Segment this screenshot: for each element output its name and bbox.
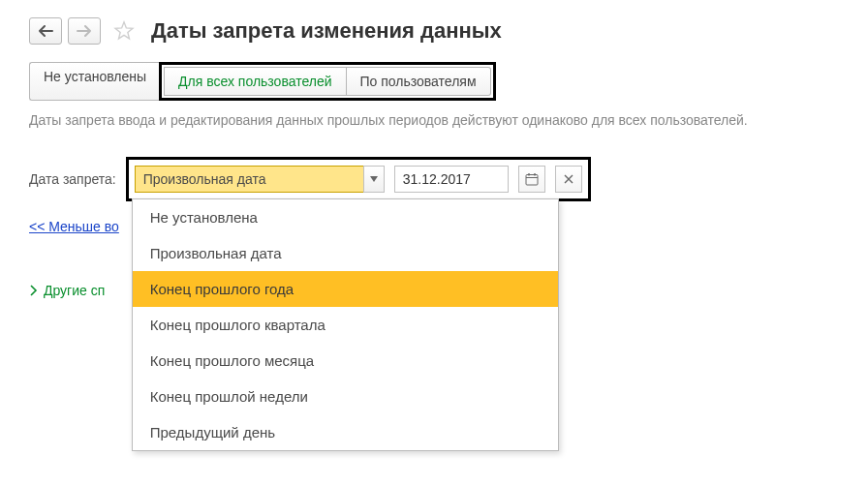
date-ban-label: Дата запрета:	[29, 171, 116, 187]
date-controls-highlight-box: Произвольная дата Не установленаПроизвол…	[126, 157, 591, 201]
date-mode-option[interactable]: Не установлена	[133, 199, 558, 235]
tab-all-users[interactable]: Для всех пользователей	[164, 67, 346, 96]
tabs-highlight-box: Для всех пользователей По пользователям	[159, 62, 495, 101]
description-text: Даты запрета ввода и редактирования данн…	[29, 112, 839, 128]
date-mode-option[interactable]: Конец прошлого квартала	[133, 307, 558, 343]
date-mode-dropdown: Не установленаПроизвольная датаКонец про…	[132, 198, 559, 451]
date-mode-value[interactable]: Произвольная дата	[135, 166, 363, 193]
chevron-right-icon	[29, 285, 38, 296]
date-input[interactable]: 31.12.2017	[394, 166, 509, 193]
date-mode-dropdown-trigger[interactable]	[363, 166, 385, 193]
calendar-button[interactable]	[518, 166, 545, 193]
date-mode-combo[interactable]: Произвольная дата Не установленаПроизвол…	[135, 166, 385, 193]
date-mode-option[interactable]: Конец прошлой недели	[133, 379, 558, 414]
forward-button[interactable]	[68, 17, 101, 45]
date-mode-option[interactable]: Произвольная дата	[133, 235, 558, 271]
svg-rect-0	[526, 175, 538, 186]
tab-not-set[interactable]: Не установлены	[29, 62, 160, 101]
date-mode-option[interactable]: Конец прошлого месяца	[133, 343, 558, 379]
calendar-icon	[525, 172, 539, 186]
page-title: Даты запрета изменения данных	[151, 18, 502, 44]
close-icon	[562, 172, 575, 186]
other-methods-label: Другие сп	[44, 283, 105, 298]
tab-by-users[interactable]: По пользователям	[347, 67, 491, 96]
less-options-link[interactable]: << Меньше во	[29, 219, 119, 234]
date-mode-option[interactable]: Конец прошлого года	[133, 271, 558, 307]
clear-date-button[interactable]	[555, 166, 582, 193]
favorite-star-icon[interactable]	[112, 19, 136, 43]
date-mode-option[interactable]: Предыдущий день	[133, 414, 558, 450]
back-button[interactable]	[29, 17, 62, 45]
